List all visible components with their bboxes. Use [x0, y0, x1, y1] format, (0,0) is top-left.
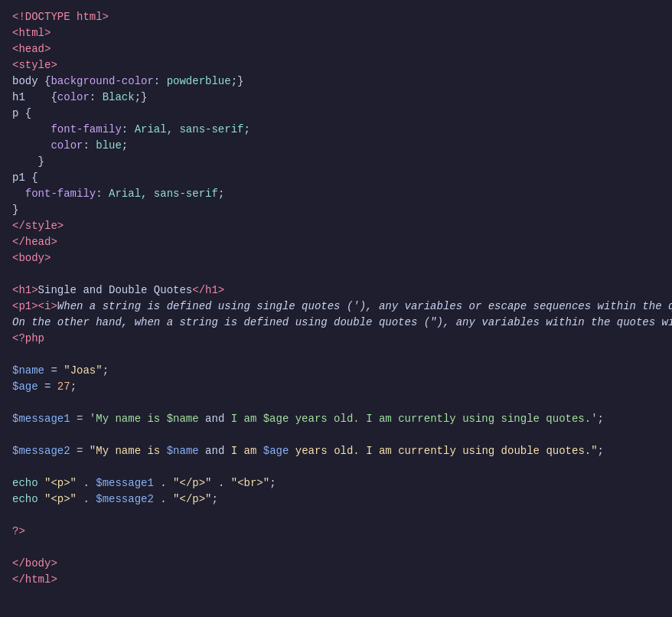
- line-1: <!DOCTYPE html>: [12, 9, 660, 25]
- line-13: }: [12, 202, 660, 218]
- line-17: [12, 266, 660, 282]
- line-31: echo "<p>" . $message2 . "</p>";: [12, 491, 660, 508]
- line-28: $message2 = "My name is $name and I am $…: [12, 443, 660, 459]
- code-editor: <!DOCTYPE html> <html> <head> <style> bo…: [12, 9, 660, 588]
- line-12: font-family: Arial, sans-serif;: [12, 186, 660, 202]
- line-14: </style>: [12, 218, 660, 234]
- line-4: <style>: [12, 57, 660, 73]
- line-15: </head>: [12, 234, 660, 250]
- line-26: $message1 = 'My name is $name and I am $…: [12, 411, 660, 427]
- line-36: </html>: [12, 572, 660, 588]
- line-34: [12, 540, 660, 556]
- line-20: On the other hand, when a string is defi…: [12, 315, 660, 331]
- line-18: <h1>Single and Double Quotes</h1>: [12, 282, 660, 299]
- line-6: h1 {color: Black;}: [12, 90, 660, 106]
- line-27: [12, 427, 660, 443]
- line-24: $age = 27;: [12, 379, 660, 395]
- line-33: ?>: [12, 524, 660, 540]
- line-5: body {background-color: powderblue;}: [12, 73, 660, 90]
- line-21: <?php: [12, 331, 660, 347]
- line-8: font-family: Arial, sans-serif;: [12, 122, 660, 138]
- line-35: </body>: [12, 556, 660, 572]
- line-2: <html>: [12, 25, 660, 41]
- line-11: p1 {: [12, 170, 660, 186]
- line-10: }: [12, 154, 660, 170]
- line-30: echo "<p>" . $message1 . "</p>" . "<br>"…: [12, 475, 660, 491]
- line-25: [12, 395, 660, 411]
- line-7: p {: [12, 106, 660, 122]
- line-19: <p1><i>When a string is defined using si…: [12, 299, 660, 315]
- line-29: [12, 459, 660, 475]
- line-32: [12, 508, 660, 524]
- line-22: [12, 347, 660, 363]
- line-3: <head>: [12, 41, 660, 57]
- line-9: color: blue;: [12, 138, 660, 154]
- line-23: $name = "Joas";: [12, 363, 660, 379]
- line-16: <body>: [12, 250, 660, 266]
